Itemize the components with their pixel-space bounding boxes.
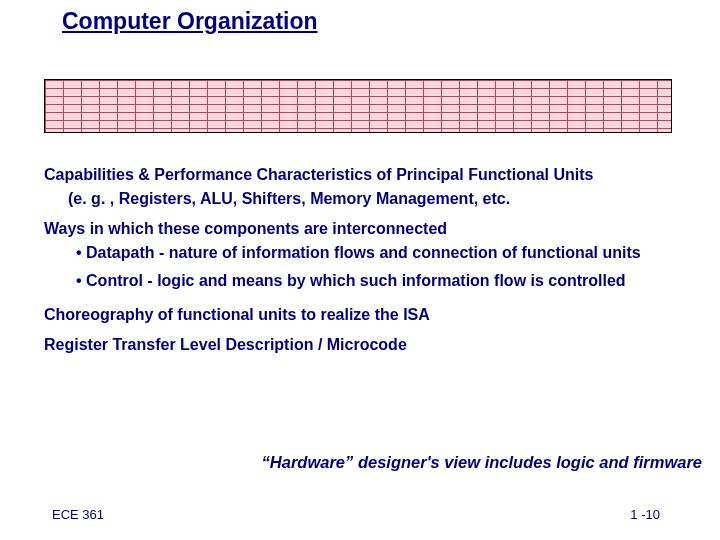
section4-text: Register Transfer Level Description / Mi… [44, 335, 684, 355]
section3-text: Choreography of functional units to real… [44, 305, 684, 325]
section2-bullet-1: Control - logic and means by which such … [44, 271, 684, 291]
brick-graphic [44, 79, 672, 133]
section2-heading: Ways in which these components are inter… [44, 219, 684, 239]
section2-bullet-0: Datapath - nature of information flows a… [44, 243, 684, 263]
section1-example: (e. g. , Registers, ALU, Shifters, Memor… [44, 189, 684, 209]
quote-text: “Hardware” designer's view includes logi… [262, 453, 702, 472]
body-content: Capabilities & Performance Characteristi… [44, 165, 684, 365]
page-title: Computer Organization [62, 8, 318, 35]
footer-course: ECE 361 [52, 507, 104, 522]
section1-heading: Capabilities & Performance Characteristi… [44, 165, 684, 185]
footer-page-number: 1 -10 [630, 507, 660, 522]
